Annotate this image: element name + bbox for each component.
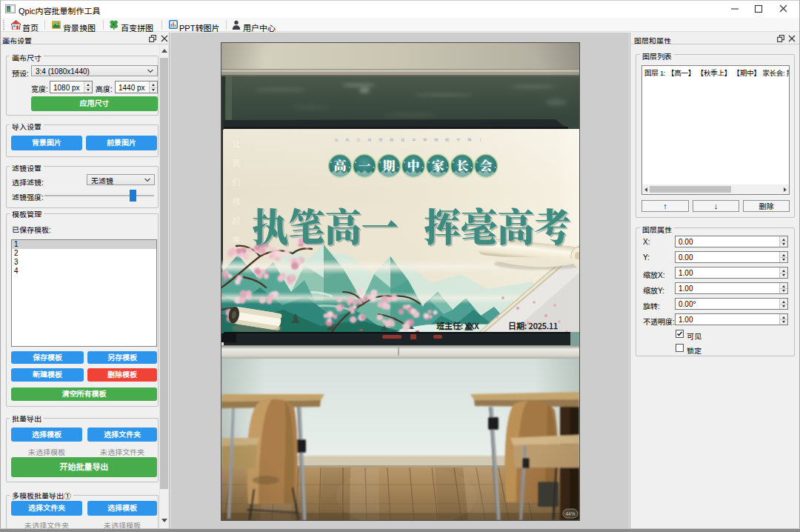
svg-text:44%: 44%	[565, 511, 575, 516]
